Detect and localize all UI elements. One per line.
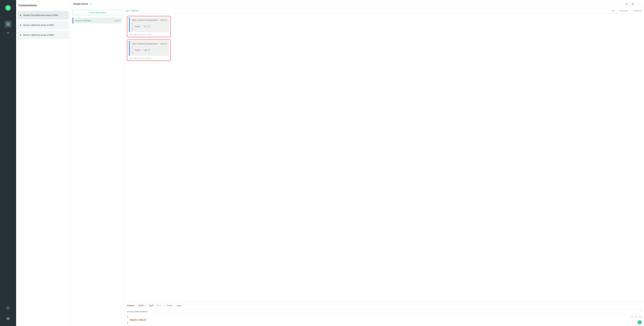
nav-rail (0, 0, 16, 326)
messages-list: Topic: sensor/1/temperature QoS: 0 { "ms… (124, 13, 644, 302)
svg-point-6 (640, 4, 640, 4)
info-icon (6, 306, 10, 310)
qos-label: QoS: (149, 304, 154, 307)
message-body: { "msg": "18.2" } (132, 46, 167, 54)
payload-type-select[interactable]: JSON (137, 304, 147, 307)
message-item[interactable]: Topic: sensor/1/temperature QoS: 0 { "ms… (129, 17, 169, 32)
power-icon (625, 2, 628, 5)
nav-info[interactable] (5, 305, 12, 311)
send-icon (639, 321, 641, 323)
nav-connections[interactable] (5, 21, 12, 27)
connection-name: Simple Demo@broker.emqx.io:8083 (23, 14, 58, 16)
status-dot-icon (20, 14, 21, 16)
messages-column: ? Plaintext All | Received | Published (124, 8, 644, 326)
meta-button[interactable]: Meta (175, 304, 184, 308)
message-body: { "msg": "17.2" } (132, 23, 167, 30)
collapse-subscriptions-toggle[interactable] (126, 10, 128, 13)
message-item[interactable]: Topic: sensor/2/temperature QoS: 0 { "ms… (129, 41, 169, 56)
history-next-button[interactable] (639, 315, 642, 318)
message-highlight-group: Topic: sensor/2/temperature QoS: 0 { "ms… (127, 39, 170, 61)
message-highlight-group: Topic: sensor/1/temperature QoS: 0 { "ms… (127, 16, 170, 37)
payload-label: Payload: (127, 304, 135, 307)
connection-name: Sensor 2@broker.emqx.io:8083 (23, 34, 54, 36)
message-topic: Topic: sensor/1/temperature (132, 19, 158, 21)
history-nav (630, 315, 642, 318)
detail-body: + New Subscription sensor/+/temper… QoS … (70, 8, 644, 326)
plus-icon: + (88, 11, 90, 14)
message-qos: QoS: 0 (160, 19, 167, 21)
dots-horizontal-icon (638, 2, 641, 5)
minus-icon (635, 316, 637, 318)
filter-received[interactable]: Received (620, 9, 628, 12)
subscription-name: sensor/+/temper… (75, 19, 93, 22)
collapse-left-icon (126, 10, 128, 12)
status-dot-icon (20, 34, 21, 36)
connection-item[interactable]: Sensor 1@broker.emqx.io:8083 (18, 21, 69, 29)
detail-header: Simple Demo (70, 0, 644, 8)
history-collapse-button[interactable] (634, 315, 638, 318)
chevron-down-icon (139, 10, 141, 11)
message-qos: QoS: 0 (160, 43, 167, 45)
gear-icon (6, 317, 10, 320)
connections-panel: Connections Simple Demo@broker.emqx.io:8… (16, 0, 70, 326)
nav-add[interactable] (5, 29, 12, 36)
message-timestamp: 2022-09-06 11:01:58:622 (129, 57, 169, 59)
svg-point-5 (639, 4, 639, 4)
connection-item[interactable]: Simple Demo@broker.emqx.io:8083 (18, 11, 69, 19)
connection-name: Sensor 1@broker.emqx.io:8083 (23, 24, 54, 26)
retain-toggle[interactable]: Retain (164, 304, 173, 307)
svg-point-4 (638, 4, 638, 4)
disconnect-button[interactable] (624, 2, 628, 6)
copy-icon (6, 22, 10, 26)
radio-icon (164, 305, 166, 307)
logo-icon (6, 6, 10, 9)
pencil-icon (631, 2, 634, 5)
connection-item[interactable]: Sensor 2@broker.emqx.io:8083 (18, 31, 69, 39)
arrow-left-icon (631, 316, 633, 318)
svg-point-3 (8, 318, 8, 319)
publish-body-editor[interactable]: { "msg": "18.2" } (127, 315, 642, 325)
detail-panel: Simple Demo + New Subscription sensor/+/… (70, 0, 644, 326)
filter-published[interactable]: Published (633, 9, 642, 12)
edit-button[interactable] (630, 2, 635, 6)
chevron-double-down-icon (90, 2, 92, 5)
format-label: Plaintext (130, 9, 138, 12)
more-button[interactable] (637, 2, 641, 6)
new-subscription-label: New Subscription (91, 11, 106, 14)
publish-panel: Payload: JSON QoS: 0 Retain Meta (124, 302, 644, 326)
history-prev-button[interactable] (630, 315, 634, 318)
send-button[interactable] (638, 320, 642, 324)
connections-list: Simple Demo@broker.emqx.io:8083 Sensor 1… (16, 11, 70, 39)
plus-icon (6, 31, 10, 34)
filter-all[interactable]: All (612, 9, 614, 12)
subscription-item[interactable]: sensor/+/temper… QoS 0 (72, 17, 122, 23)
message-timestamp: 2022-09-06 11:00:17:849 (129, 33, 169, 36)
app-logo (5, 5, 11, 11)
message-filter-tabs: All | Received | Published (612, 9, 642, 12)
subscription-qos: QoS 0 (115, 19, 120, 22)
connection-title: Simple Demo (73, 2, 88, 5)
subscriptions-column: + New Subscription sensor/+/temper… QoS … (70, 8, 124, 326)
qos-select[interactable]: 0 (156, 304, 162, 307)
message-topic: Topic: sensor/2/temperature (132, 43, 158, 45)
messages-toolbar: ? Plaintext All | Received | Published (124, 8, 644, 13)
chevron-down-icon (640, 310, 642, 312)
connections-title: Connections (16, 0, 70, 11)
topic-expand-toggle[interactable] (640, 310, 642, 313)
status-dot-icon (20, 24, 21, 26)
new-subscription-button[interactable]: + New Subscription (72, 10, 122, 15)
arrow-right-icon (639, 316, 641, 318)
nav-settings[interactable] (5, 315, 12, 322)
expand-toggle[interactable] (90, 2, 92, 5)
publish-topic-input[interactable] (127, 309, 640, 314)
format-select[interactable]: Plaintext (130, 9, 141, 12)
